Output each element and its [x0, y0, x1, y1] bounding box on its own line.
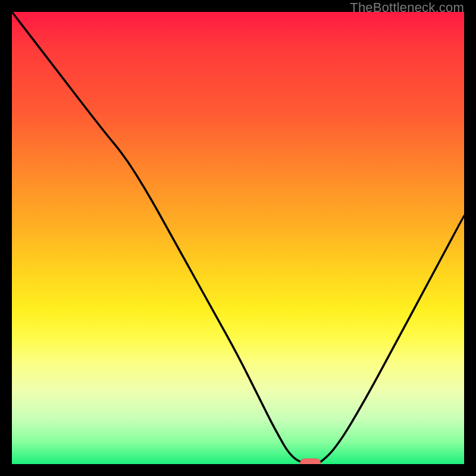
svg-rect-0 — [300, 459, 321, 464]
plot-area — [12, 12, 464, 464]
bottleneck-curve — [12, 12, 464, 464]
watermark-text: TheBottleneck.com — [350, 0, 464, 15]
chart-frame: TheBottleneck.com — [0, 0, 476, 476]
valley-marker — [300, 459, 321, 464]
plot-svg — [12, 12, 464, 464]
